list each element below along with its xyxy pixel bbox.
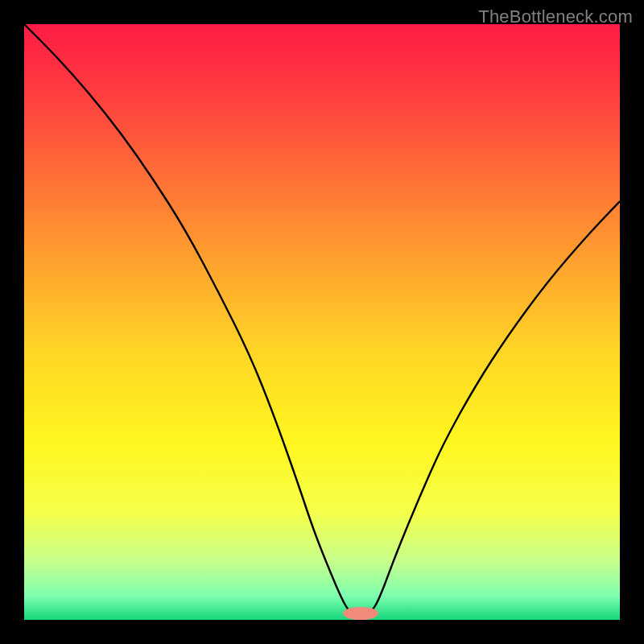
optimal-marker bbox=[343, 607, 378, 620]
plot-area bbox=[24, 24, 620, 620]
bottleneck-chart bbox=[24, 24, 620, 620]
chart-container: TheBottleneck.com bbox=[0, 0, 644, 644]
watermark-text: TheBottleneck.com bbox=[478, 6, 633, 27]
gradient-background bbox=[24, 24, 620, 620]
